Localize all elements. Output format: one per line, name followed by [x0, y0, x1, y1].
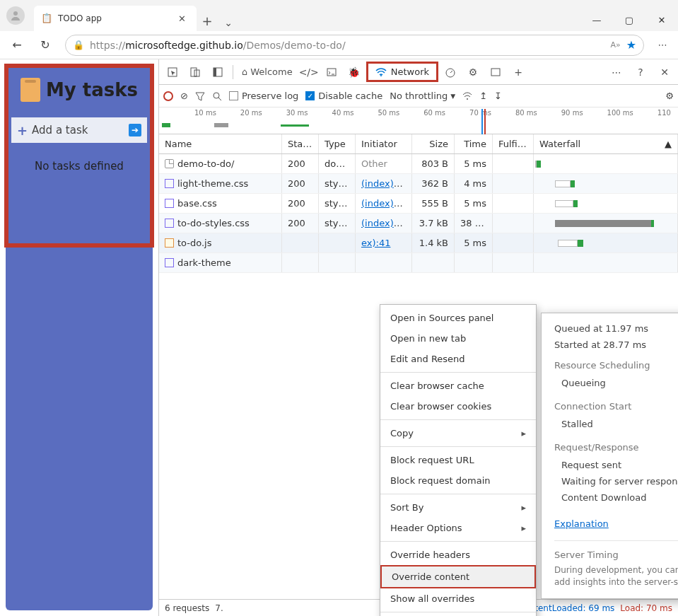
close-tab-icon[interactable]: ✕	[178, 13, 189, 24]
window-titlebar: 📋 TODO app ✕ + ⌄ — ▢ ✕	[0, 0, 678, 31]
tab-actions-button[interactable]: ⌄	[218, 17, 239, 31]
svg-point-0	[13, 11, 18, 16]
table-row[interactable]: to-do.js ex):411.4 kB 5 ms	[159, 233, 678, 253]
server-timing-note: During development, you can use the Serv…	[554, 564, 678, 588]
table-row[interactable]: light-theme.css 200styles... (index):103…	[159, 174, 678, 194]
svg-point-7	[380, 75, 382, 76]
memory-tab-icon[interactable]: ⚙	[462, 62, 484, 83]
preserve-log-checkbox[interactable]: Preserve log	[229, 91, 298, 101]
menu-item[interactable]: Sort By	[380, 497, 536, 518]
sources-tab-icon[interactable]: 🐞	[344, 62, 365, 83]
table-row[interactable]: dark-theme	[159, 253, 678, 273]
clear-icon[interactable]: ⊘	[180, 91, 188, 101]
reader-mode-icon[interactable]: A»	[610, 40, 620, 50]
network-tab[interactable]: Network	[366, 62, 438, 82]
table-row[interactable]: demo-to-do/ 200docu... Other803 B 5 ms	[159, 154, 678, 174]
rendered-page: My tasks + Add a task ➔ No tasks defined	[0, 59, 158, 616]
context-menu: Open in Sources panelOpen in new tabEdit…	[380, 304, 537, 616]
devtools-close-button[interactable]: ✕	[654, 62, 675, 83]
import-har-icon[interactable]: ↥	[479, 91, 487, 101]
lock-icon: 🔒	[73, 40, 84, 50]
new-tab-button[interactable]: +	[197, 13, 218, 31]
device-icon[interactable]	[185, 62, 206, 83]
explanation-link[interactable]: Explanation	[554, 518, 609, 529]
profile-icon	[6, 6, 25, 25]
timing-request-sent: Request sent 0.21 ms	[554, 457, 678, 473]
timing-download: Content Download 0.34 ms	[554, 489, 678, 506]
svg-point-10	[214, 93, 219, 98]
svg-point-11	[467, 98, 468, 100]
window-minimize-button[interactable]: —	[580, 8, 613, 31]
network-conditions-icon[interactable]	[462, 92, 472, 100]
menu-item[interactable]: Block request domain	[380, 470, 536, 491]
menu-item[interactable]: Override headers	[380, 545, 536, 565]
menu-item[interactable]: Edit and Resend	[380, 349, 536, 369]
menu-item[interactable]: Show all overrides	[380, 588, 536, 609]
window-maximize-button[interactable]: ▢	[613, 8, 645, 31]
export-har-icon[interactable]: ↧	[494, 91, 502, 101]
inspect-icon[interactable]	[162, 62, 183, 83]
more-tabs-button[interactable]: +	[508, 62, 529, 83]
browser-tab[interactable]: 📋 TODO app ✕	[34, 6, 197, 31]
clipboard-icon	[21, 78, 40, 102]
favorite-icon[interactable]: ★	[626, 38, 636, 52]
menu-item[interactable]: Override content	[380, 565, 536, 588]
menu-item[interactable]: Open in Sources panel	[380, 308, 536, 328]
wifi-icon	[375, 68, 387, 76]
svg-rect-9	[491, 69, 500, 76]
tab-title: TODO app	[58, 13, 173, 23]
table-header[interactable]: Name Status Type Initiator Size Time Ful…	[159, 134, 678, 154]
menu-item[interactable]: Block request URL	[380, 450, 536, 470]
more-menu-button[interactable]: ⋯	[651, 40, 674, 50]
elements-tab-icon[interactable]: </>	[298, 62, 320, 83]
more-tools-button[interactable]: ⋯	[606, 62, 627, 83]
table-row[interactable]: to-do-styles.css 200styles... (index):17…	[159, 214, 678, 233]
toolbar: ← ↻ 🔒 https://microsoftedge.github.io/De…	[0, 31, 678, 59]
performance-tab-icon[interactable]	[440, 62, 461, 83]
timing-queueing: Queueing 16.80 ms	[554, 375, 678, 391]
timing-stalled: Stalled 2.15 ms	[554, 416, 678, 432]
dock-icon[interactable]	[207, 62, 228, 83]
timing-waiting: Waiting for server response 2.67 ms	[554, 473, 678, 489]
page-icon: 📋	[41, 13, 52, 24]
network-settings-icon[interactable]: ⚙	[665, 91, 674, 101]
timing-popover: Queued at 11.97 ms Started at 28.77 ms R…	[541, 313, 678, 599]
record-button[interactable]	[163, 91, 173, 101]
welcome-tab[interactable]: ⌂ Welcome	[238, 66, 297, 77]
svg-rect-5	[214, 68, 216, 76]
window-close-button[interactable]: ✕	[645, 8, 678, 31]
filter-icon[interactable]	[195, 91, 205, 101]
console-tab-icon[interactable]	[321, 62, 342, 83]
table-row[interactable]: base.css 200styles... (index):16555 B 5 …	[159, 194, 678, 214]
menu-item[interactable]: Open in new tab	[380, 328, 536, 349]
timeline-overview[interactable]: 10 ms20 ms30 ms40 ms50 ms60 ms70 ms80 ms…	[159, 107, 678, 134]
queued-at: Queued at 11.97 ms	[554, 323, 678, 334]
url-text: https://microsoftedge.github.io/Demos/de…	[90, 40, 604, 51]
help-icon[interactable]: ?	[630, 62, 651, 83]
menu-item[interactable]: Clear browser cache	[380, 376, 536, 396]
started-at: Started at 28.77 ms	[554, 339, 678, 350]
devtools-panel: ⌂ Welcome </> 🐞 Network ⚙ + ⋯ ? ✕ ⊘	[158, 59, 678, 616]
disable-cache-checkbox[interactable]: ✓Disable cache	[305, 91, 382, 101]
refresh-button[interactable]: ↻	[33, 34, 58, 57]
home-icon: ⌂	[242, 66, 247, 77]
search-icon[interactable]	[212, 91, 222, 101]
svg-rect-2	[191, 68, 197, 76]
menu-item[interactable]: Copy	[380, 423, 536, 443]
network-toolbar: ⊘ Preserve log ✓Disable cache No throttl…	[159, 85, 678, 107]
menu-item[interactable]: Header Options	[380, 518, 536, 538]
back-button[interactable]: ←	[4, 34, 30, 57]
address-bar[interactable]: 🔒 https://microsoftedge.github.io/Demos/…	[65, 35, 644, 56]
menu-item[interactable]: Clear browser cookies	[380, 396, 536, 417]
devtools-tabstrip: ⌂ Welcome </> 🐞 Network ⚙ + ⋯ ? ✕	[159, 59, 678, 85]
application-tab-icon[interactable]	[485, 62, 506, 83]
profile-button[interactable]	[0, 0, 31, 31]
throttling-select[interactable]: No throttling▼	[390, 91, 455, 101]
